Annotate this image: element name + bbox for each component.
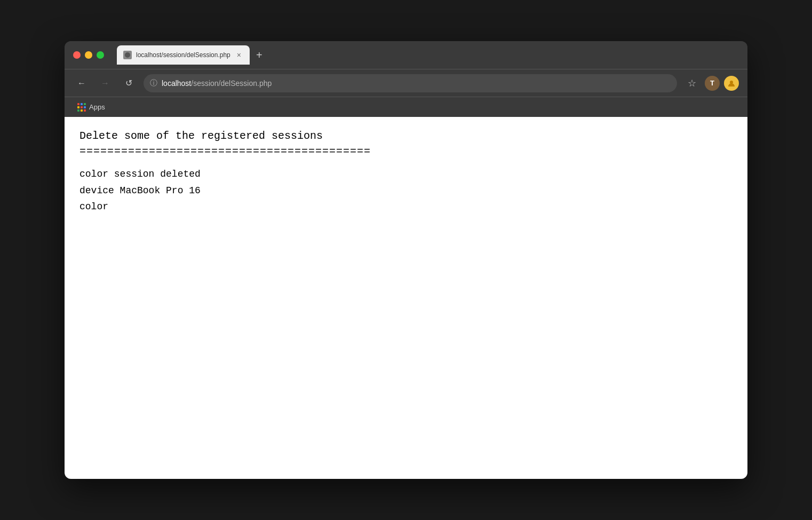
apps-dot-5 (81, 106, 83, 108)
reload-button[interactable]: ↺ (120, 75, 137, 92)
tab-close-button[interactable]: × (235, 51, 243, 59)
apps-button[interactable]: Apps (73, 101, 109, 114)
page-line-1: color session deleted (79, 166, 733, 183)
bookmarks-bar: Apps (65, 97, 747, 117)
profile-avatar-t[interactable]: T (705, 76, 720, 91)
back-button[interactable]: ← (73, 75, 90, 92)
page-line-3: color (79, 199, 733, 215)
apps-dot-3 (84, 103, 86, 105)
content-area: Delete some of the registered sessions =… (65, 117, 747, 479)
address-host: localhost (162, 79, 191, 88)
bookmark-button[interactable]: ☆ (683, 75, 700, 92)
apps-dot-7 (77, 109, 79, 112)
info-icon: ⓘ (150, 78, 157, 88)
close-button[interactable] (73, 51, 81, 59)
maximize-button[interactable] (97, 51, 104, 59)
title-bar: localhost/session/delSession.php × + (65, 41, 747, 69)
tab-bar: localhost/session/delSession.php × + (117, 45, 739, 65)
page-line-2: device MacBook Pro 16 (79, 183, 733, 199)
nav-bar: ← → ↺ ⓘ localhost/session/delSession.php… (65, 69, 747, 97)
avatar-yellow-icon (727, 79, 736, 88)
apps-grid-icon (77, 103, 86, 112)
page-heading: Delete some of the registered sessions (79, 130, 733, 142)
apps-dot-2 (81, 103, 83, 105)
tab-title: localhost/session/delSession.php (136, 51, 230, 59)
address-bar[interactable]: ⓘ localhost/session/delSession.php (144, 74, 677, 92)
forward-button[interactable]: → (97, 75, 114, 92)
address-path: /session/delSession.php (191, 79, 272, 88)
new-tab-button[interactable]: + (252, 48, 267, 62)
apps-dot-6 (84, 106, 86, 108)
minimize-button[interactable] (85, 51, 92, 59)
page-content: color session deleted device MacBook Pro… (79, 166, 733, 215)
window-controls (73, 51, 104, 59)
address-text: localhost/session/delSession.php (162, 79, 671, 88)
nav-actions: ☆ T (683, 75, 739, 92)
apps-dot-1 (77, 103, 79, 105)
page-divider: ========================================… (79, 145, 733, 157)
browser-window: localhost/session/delSession.php × + ← →… (65, 41, 747, 479)
apps-dot-8 (81, 109, 83, 112)
tab-favicon-icon (123, 51, 132, 59)
active-tab[interactable]: localhost/session/delSession.php × (117, 45, 250, 65)
apps-dot-4 (77, 106, 79, 108)
apps-dot-9 (84, 109, 86, 112)
profile-avatar-yellow[interactable] (724, 76, 739, 91)
apps-label: Apps (89, 103, 105, 111)
